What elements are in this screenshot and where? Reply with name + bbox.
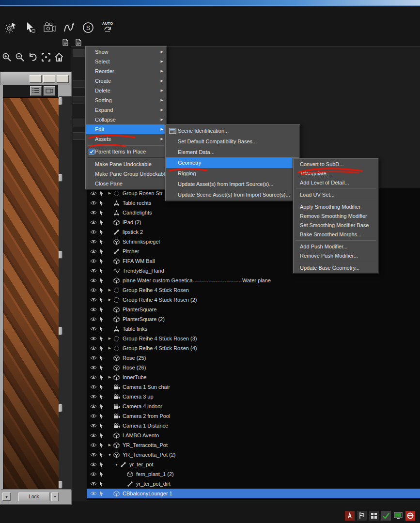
expand-arrow-icon[interactable]: ▶: [107, 443, 113, 447]
visibility-eye-icon[interactable]: [90, 230, 97, 234]
tray-adobe-icon[interactable]: [345, 511, 355, 521]
minimize-button[interactable]: [30, 75, 42, 83]
scene-tree-row[interactable]: LAMBO Avento: [87, 431, 420, 440]
context-menu-item[interactable]: Reorder: [86, 66, 166, 76]
selectable-pointer-icon[interactable]: [99, 268, 105, 274]
context-menu-item[interactable]: Make Pane Undockable: [86, 159, 166, 169]
visibility-eye-icon[interactable]: [90, 259, 97, 263]
lock-button[interactable]: Lock: [18, 492, 49, 501]
selectable-pointer-icon[interactable]: [99, 403, 105, 409]
tray-acrobat-icon[interactable]: [405, 511, 415, 521]
view-list-button[interactable]: [30, 86, 42, 96]
visibility-eye-icon[interactable]: [90, 317, 97, 322]
context-menu-item[interactable]: Parent Items In Place: [86, 147, 166, 156]
selectable-pointer-icon[interactable]: [99, 345, 105, 351]
visibility-eye-icon[interactable]: [90, 249, 97, 254]
scene-tree-row[interactable]: Camera 1 Distance: [87, 421, 420, 431]
context-menu-item[interactable]: Assets: [86, 134, 166, 144]
scene-tree-row[interactable]: Camera 4 indoor: [87, 401, 420, 411]
visibility-eye-icon[interactable]: [90, 278, 97, 283]
selectable-pointer-icon[interactable]: [99, 471, 105, 477]
scene-tree-row[interactable]: ▼ YR_Terracotta_Pot (2): [87, 450, 420, 460]
geometry-submenu-item[interactable]: Remove Smoothing Modifier: [294, 211, 377, 220]
visibility-eye-icon[interactable]: [90, 220, 97, 225]
context-menu-item[interactable]: Delete: [86, 86, 166, 95]
visibility-eye-icon[interactable]: [90, 472, 97, 477]
visibility-eye-icon[interactable]: [90, 462, 97, 467]
maximize-button[interactable]: [43, 75, 55, 83]
selectable-pointer-icon[interactable]: [99, 258, 105, 264]
expand-arrow-icon[interactable]: ▶: [107, 298, 113, 302]
selectable-pointer-icon[interactable]: [99, 326, 105, 332]
auto-fit-tool[interactable]: AUTO: [100, 20, 115, 37]
scene-tree-row[interactable]: Rose (26): [87, 363, 420, 372]
visibility-eye-icon[interactable]: [90, 443, 97, 447]
selectable-pointer-icon[interactable]: [99, 210, 105, 215]
visibility-eye-icon[interactable]: [90, 423, 97, 428]
visibility-eye-icon[interactable]: [90, 375, 97, 380]
pane-tab[interactable]: [73, 49, 86, 57]
scene-tree-row[interactable]: PlanterSquare: [87, 305, 420, 314]
visibility-eye-icon[interactable]: [90, 268, 97, 273]
selectable-pointer-icon[interactable]: [99, 336, 105, 341]
scene-tree-row[interactable]: Rose (25): [87, 353, 420, 363]
context-menu-item[interactable]: Expand: [86, 105, 166, 115]
selectable-pointer-icon[interactable]: [99, 297, 105, 303]
expand-arrow-icon[interactable]: ▶: [107, 337, 113, 340]
visibility-eye-icon[interactable]: [90, 191, 97, 196]
context-menu-item[interactable]: Sorting: [86, 95, 166, 105]
geometry-submenu-item[interactable]: Add Push Modifier...: [294, 242, 377, 251]
visibility-eye-icon[interactable]: [90, 481, 97, 486]
edit-submenu-item[interactable]: Rigging: [166, 168, 299, 179]
pane-tab[interactable]: [73, 119, 86, 126]
geometry-submenu-item[interactable]: Apply Smoothing Modifier: [294, 202, 377, 211]
scene-tree-row[interactable]: ▶ Group Reihe 4 Stück Rosen (4): [87, 343, 420, 353]
scene-tree-row[interactable]: Camera 3 up: [87, 392, 420, 401]
scene-tree-row[interactable]: ▼ yr_ter_pot: [87, 460, 420, 469]
geometry-submenu-item[interactable]: Set Smoothing Modifier Base: [294, 220, 377, 230]
selectable-pointer-icon[interactable]: [99, 461, 105, 467]
expand-arrow-icon[interactable]: ▼: [107, 453, 113, 457]
scene-tree-row[interactable]: PlanterSquare (2): [87, 314, 420, 324]
context-menu-item[interactable]: Collapse: [86, 115, 166, 124]
scene-tree-row[interactable]: ▶ YR_Terracotta_Pot: [87, 440, 420, 450]
context-menu-item[interactable]: Create: [86, 76, 166, 86]
node-selection-tool[interactable]: [22, 20, 38, 37]
selectable-pointer-icon[interactable]: [99, 423, 105, 429]
scene-tree-row[interactable]: ▶ Group Reihe 4 Stück Rosen: [87, 285, 420, 295]
zoom-out-button[interactable]: [14, 51, 25, 65]
selectable-pointer-icon[interactable]: [99, 229, 105, 235]
octane-tab[interactable]: [59, 97, 62, 105]
tray-check-icon[interactable]: [381, 511, 391, 521]
pane-tab[interactable]: [73, 80, 86, 88]
selectable-pointer-icon[interactable]: [99, 307, 105, 312]
edit-submenu-item[interactable]: Set Default Compatibility Bases...: [166, 136, 299, 147]
scene-tree-row[interactable]: ▶ Group Reihe 4 Stück Rosen (2): [87, 295, 420, 305]
lock-dropdown-arrow[interactable]: [51, 492, 59, 501]
close-button[interactable]: [57, 75, 69, 83]
visibility-eye-icon[interactable]: [90, 385, 97, 389]
visibility-eye-icon[interactable]: [90, 491, 97, 496]
octane-tab[interactable]: [59, 327, 62, 335]
edit-submenu-item[interactable]: Scene Identification...: [166, 125, 299, 136]
tray-monitor-icon[interactable]: [393, 511, 403, 521]
edit-submenu-item[interactable]: Update Scene Asset(s) from Import Source…: [166, 189, 299, 200]
selectable-pointer-icon[interactable]: [99, 413, 105, 419]
visibility-eye-icon[interactable]: [90, 355, 97, 360]
selectable-pointer-icon[interactable]: [99, 316, 105, 322]
visibility-eye-icon[interactable]: [90, 365, 97, 370]
visibility-eye-icon[interactable]: [90, 200, 97, 205]
selectable-pointer-icon[interactable]: [99, 355, 105, 361]
scene-tree-row[interactable]: plane Water custom Genetica-------------…: [87, 276, 420, 285]
home-view-button[interactable]: [53, 51, 64, 65]
context-menu-item[interactable]: Show: [86, 47, 166, 57]
pane-menu-icon[interactable]: [62, 39, 69, 48]
geometry-submenu-item[interactable]: Update Base Geometry...: [294, 263, 377, 272]
visibility-eye-icon[interactable]: [90, 307, 97, 312]
selectable-pointer-icon[interactable]: [99, 248, 105, 254]
visibility-eye-icon[interactable]: [90, 239, 97, 244]
scene-tree-row[interactable]: CBbalconyLounger 1: [87, 489, 420, 498]
geometry-submenu-item[interactable]: Remove Push Modifier...: [294, 251, 377, 260]
geometry-submenu-item[interactable]: Load UV Set...: [294, 190, 377, 199]
selectable-pointer-icon[interactable]: [99, 394, 105, 400]
